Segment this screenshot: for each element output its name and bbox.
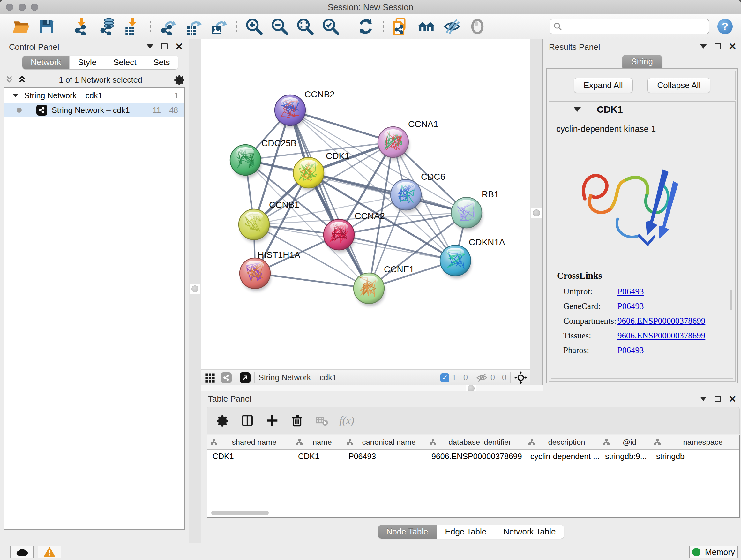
splitter-handle[interactable] — [468, 385, 475, 392]
fit-selected-crosshair-icon[interactable] — [515, 371, 527, 384]
warnings-button[interactable] — [38, 546, 61, 558]
network-row-selected[interactable]: String Network – cdk1 11 48 — [4, 103, 185, 118]
expand-all-button[interactable]: Expand All — [574, 78, 633, 93]
collapse-all-button[interactable]: Collapse All — [648, 78, 711, 93]
node-CCNB1[interactable] — [239, 209, 270, 242]
results-scrollbar[interactable] — [730, 290, 732, 310]
show-columns-icon[interactable] — [240, 413, 255, 428]
column-header-namespace[interactable]: namespace — [651, 435, 740, 449]
show-graphics-button[interactable] — [468, 17, 487, 37]
edge-CCNB2-CCNE1[interactable] — [290, 110, 369, 288]
splitter-handle[interactable] — [192, 286, 199, 293]
table-cell[interactable]: stringdb:9... — [600, 449, 651, 463]
tab-sets[interactable]: Sets — [145, 56, 178, 69]
cloud-status-button[interactable] — [10, 546, 34, 558]
node-CDC6[interactable] — [391, 179, 422, 212]
tab-network-table[interactable]: Network Table — [495, 525, 564, 539]
node-CDC25B[interactable] — [230, 145, 261, 178]
network-graph[interactable]: CCNB2 CCNA1 CDC25B CDK1 CDC6 — [201, 39, 530, 369]
table-horizontal-scrollbar[interactable] — [211, 510, 269, 515]
node-RB1[interactable] — [451, 197, 482, 231]
table-cell[interactable]: 9606.ENSP00000378699 — [426, 449, 525, 463]
node-CDKN1A[interactable] — [440, 245, 471, 278]
node-CCNE1[interactable] — [354, 273, 385, 306]
network-canvas[interactable]: CCNB2 CCNA1 CDC25B CDK1 CDC6 — [201, 39, 530, 370]
panel-menu-icon[interactable] — [146, 44, 153, 49]
close-panel-icon[interactable]: ✕ — [729, 41, 737, 52]
expand-all-icon[interactable] — [17, 74, 27, 85]
column-header-description[interactable]: description — [525, 435, 600, 449]
export-image-button[interactable] — [209, 17, 229, 37]
export-network-button[interactable] — [158, 17, 178, 37]
open-session-button[interactable] — [11, 17, 31, 37]
node-table[interactable]: shared namenamecanonical namedatabase id… — [207, 435, 740, 518]
table-cell[interactable]: stringdb — [651, 449, 740, 463]
right-splitter[interactable] — [530, 39, 543, 385]
tab-select[interactable]: Select — [105, 56, 145, 69]
network-options-gear-icon[interactable] — [174, 74, 185, 85]
save-session-button[interactable] — [37, 17, 57, 37]
add-column-icon[interactable] — [265, 413, 280, 428]
panel-menu-icon[interactable] — [700, 396, 707, 401]
edge-CCNA2-CDKN1A[interactable] — [339, 235, 455, 260]
node-CCNA1[interactable] — [378, 127, 409, 160]
help-button[interactable]: ? — [718, 19, 733, 34]
left-splitter[interactable] — [189, 39, 201, 543]
tab-string[interactable]: String — [622, 55, 662, 68]
zoom-in-button[interactable] — [244, 17, 264, 37]
import-network-file-button[interactable] — [72, 17, 91, 37]
table-cell[interactable]: CDK1 — [207, 449, 293, 463]
crosslink-link[interactable]: P06493 — [617, 301, 644, 311]
selected-checkbox-icon[interactable]: ✓ — [441, 373, 449, 382]
column-header-canonical-name[interactable]: canonical name — [343, 435, 426, 449]
crosslink-link[interactable]: P06493 — [617, 346, 644, 355]
float-panel-icon[interactable] — [161, 43, 167, 50]
clone-network-button[interactable] — [391, 17, 411, 37]
zoom-out-button[interactable] — [270, 17, 289, 37]
tab-node-table[interactable]: Node Table — [378, 525, 437, 539]
edge-HIST1H1A-CCNE1[interactable] — [255, 273, 369, 288]
table-cell[interactable]: P06493 — [343, 449, 426, 463]
float-panel-icon[interactable] — [715, 395, 721, 402]
splitter-handle[interactable] — [533, 209, 540, 216]
search-input[interactable] — [549, 19, 709, 34]
birds-eye-view-icon[interactable] — [204, 372, 216, 383]
apply-layout-button[interactable] — [356, 17, 376, 37]
import-network-database-button[interactable] — [97, 17, 117, 37]
open-in-new-window-icon[interactable] — [240, 372, 251, 383]
close-panel-icon[interactable]: ✕ — [729, 393, 737, 405]
node-CDK1[interactable] — [293, 158, 325, 191]
network-collection-row[interactable]: String Network – cdk1 1 — [4, 88, 185, 103]
section-collapse-icon[interactable] — [574, 107, 581, 112]
float-panel-icon[interactable] — [715, 43, 721, 50]
tab-network[interactable]: Network — [22, 56, 70, 69]
tab-edge-table[interactable]: Edge Table — [437, 525, 495, 539]
column-header-name[interactable]: name — [293, 435, 343, 449]
column-header-database-identifier[interactable]: database identifier — [426, 435, 525, 449]
crosslink-link[interactable]: 9606.ENSP00000378699 — [617, 316, 705, 326]
first-neighbors-button[interactable] — [416, 17, 436, 37]
crosslink-link[interactable]: P06493 — [617, 287, 644, 297]
table-cell[interactable]: CDK1 — [293, 449, 343, 463]
import-table-button[interactable] — [123, 17, 143, 37]
export-table-button[interactable] — [184, 17, 203, 37]
node-HIST1H1A[interactable] — [240, 258, 271, 291]
collapse-all-icon[interactable] — [4, 74, 15, 85]
collection-expand-icon[interactable] — [13, 94, 18, 97]
crosslink-link[interactable]: 9606.ENSP00000378699 — [617, 331, 705, 341]
tab-style[interactable]: Style — [70, 56, 105, 69]
hide-panel-button[interactable] — [442, 17, 462, 37]
column-header-shared-name[interactable]: shared name — [207, 435, 293, 449]
table-options-gear-icon[interactable] — [215, 413, 230, 428]
table-row[interactable]: CDK1CDK1P064939606.ENSP00000378699cyclin… — [207, 449, 739, 463]
column-header-@id[interactable]: @id — [600, 435, 651, 449]
zoom-fit-button[interactable] — [295, 17, 315, 37]
zoom-selected-button[interactable] — [321, 17, 340, 37]
memory-button[interactable]: Memory — [689, 546, 738, 558]
close-panel-icon[interactable]: ✕ — [175, 41, 183, 52]
node-CCNA2[interactable] — [324, 219, 355, 253]
panel-menu-icon[interactable] — [700, 44, 707, 49]
delete-column-trash-icon[interactable] — [289, 413, 305, 428]
string-network-icon[interactable] — [221, 372, 232, 383]
table-cell[interactable]: cyclin-dependent ... — [525, 449, 600, 463]
